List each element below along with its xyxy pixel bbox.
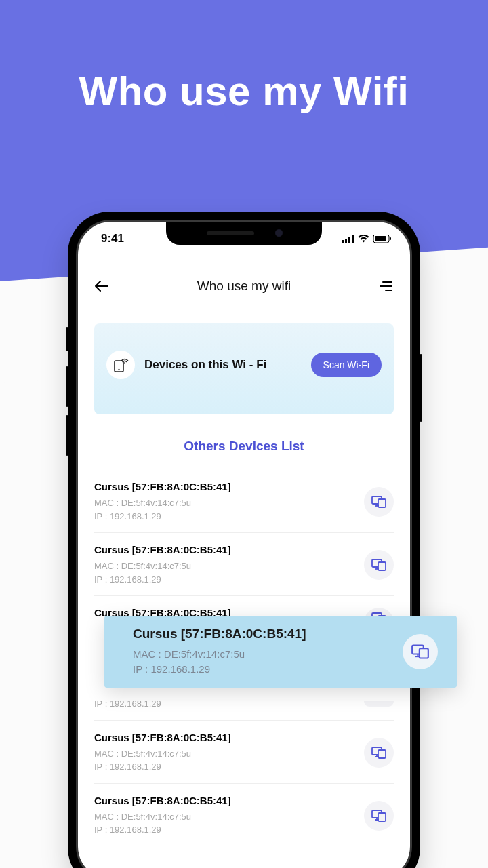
device-ip: IP : 192.168.1.29 xyxy=(133,662,306,677)
device-ip: IP : 192.168.1.29 xyxy=(94,510,231,524)
device-info: Cursus [57:FB:8A:0C:B5:41] MAC : DE:5f:4… xyxy=(133,627,306,677)
svg-rect-0 xyxy=(342,240,344,243)
device-mac: MAC : DE:5f:4v:14:c7:5u xyxy=(94,747,231,761)
phone-side-button xyxy=(66,366,68,407)
device-meta: MAC : DE:5f:4v:14:c7:5u IP : 192.168.1.2… xyxy=(94,810,231,837)
device-type-icon xyxy=(364,487,394,517)
svg-rect-18 xyxy=(378,562,386,570)
device-mac: MAC : DE:5f:4v:14:c7:5u xyxy=(94,559,231,573)
device-type-icon xyxy=(364,801,394,831)
menu-button[interactable] xyxy=(379,279,394,294)
svg-rect-1 xyxy=(345,239,347,243)
page-title: Who use my wifi xyxy=(197,279,291,294)
svg-rect-6 xyxy=(390,237,391,240)
device-info: Cursus [57:FB:8A:0C:B5:41] MAC : DE:5f:4… xyxy=(94,795,231,837)
device-ip: IP : 192.168.1.29 xyxy=(94,760,231,774)
wifi-icon xyxy=(358,235,369,243)
svg-rect-3 xyxy=(352,235,354,243)
app-store-screenshot: Who use my Wifi 9:41 Who xyxy=(0,0,488,868)
section-title: Others Devices List xyxy=(94,439,394,454)
device-meta: MAC : DE:5f:4v:14:c7:5u IP : 192.168.1.2… xyxy=(94,496,231,523)
device-ip: IP : 192.168.1.29 xyxy=(94,823,231,837)
svg-rect-5 xyxy=(375,236,386,241)
device-name: Cursus [57:FB:8A:0C:B5:41] xyxy=(94,795,231,806)
svg-rect-2 xyxy=(348,237,350,243)
device-item[interactable]: IP : 192.168.1.29 xyxy=(94,697,394,721)
battery-icon xyxy=(373,235,391,243)
device-item[interactable]: Cursus [57:FB:8A:0C:B5:41] MAC : DE:5f:4… xyxy=(94,470,394,533)
device-mac: MAC : DE:5f:4v:14:c7:5u xyxy=(94,496,231,510)
device-type-icon xyxy=(364,738,394,768)
device-type-icon xyxy=(364,550,394,580)
phone-side-button xyxy=(66,327,68,351)
phone-notch xyxy=(166,222,322,245)
wifi-scan-card: Devices on this Wi - Fi Scan Wi-Fi xyxy=(94,323,394,414)
device-name: Cursus [57:FB:8A:0C:B5:41] xyxy=(94,732,231,743)
device-name: Cursus [57:FB:8A:0C:B5:41] xyxy=(94,544,231,555)
device-item[interactable]: Cursus [57:FB:8A:0C:B5:41] MAC : DE:5f:4… xyxy=(94,784,394,846)
status-indicators xyxy=(342,235,391,243)
device-type-icon-partial xyxy=(364,701,394,707)
device-type-icon xyxy=(403,634,438,669)
scan-wifi-button[interactable]: Scan Wi-Fi xyxy=(311,353,382,377)
wifi-device-icon xyxy=(106,351,135,379)
device-info: Cursus [57:FB:8A:0C:B5:41] MAC : DE:5f:4… xyxy=(94,732,231,774)
device-meta: MAC : DE:5f:4v:14:c7:5u IP : 192.168.1.2… xyxy=(94,747,231,774)
svg-point-12 xyxy=(124,362,125,363)
status-time: 9:41 xyxy=(101,232,124,245)
device-mac: MAC : DE:5f:4v:14:c7:5u xyxy=(133,647,306,663)
device-popout-card[interactable]: Cursus [57:FB:8A:0C:B5:41] MAC : DE:5f:4… xyxy=(104,616,457,688)
back-button[interactable] xyxy=(94,279,109,294)
wifi-card-label: Devices on this Wi - Fi xyxy=(144,358,302,372)
svg-rect-24 xyxy=(378,750,386,758)
device-info: Cursus [57:FB:8A:0C:B5:41] MAC : DE:5f:4… xyxy=(94,481,231,523)
svg-rect-32 xyxy=(420,648,428,658)
cellular-icon xyxy=(342,235,354,243)
svg-rect-28 xyxy=(378,813,386,821)
device-item[interactable]: Cursus [57:FB:8A:0C:B5:41] MAC : DE:5f:4… xyxy=(94,533,394,596)
device-name: Cursus [57:FB:8A:0C:B5:41] xyxy=(133,627,306,642)
device-mac: MAC : DE:5f:4v:14:c7:5u xyxy=(94,810,231,824)
phone-screen: 9:41 Who use my wifi xyxy=(76,220,412,868)
device-ip: IP : 192.168.1.29 xyxy=(94,573,231,587)
device-meta: IP : 192.168.1.29 xyxy=(94,697,161,711)
svg-rect-14 xyxy=(378,499,386,507)
hero-title: Who use my Wifi xyxy=(0,68,488,115)
device-ip: IP : 192.168.1.29 xyxy=(94,697,161,711)
app-content: Who use my wifi Devices on this Wi - Fi … xyxy=(78,262,410,846)
device-meta: MAC : DE:5f:4v:14:c7:5u IP : 192.168.1.2… xyxy=(94,559,231,586)
device-meta: MAC : DE:5f:4v:14:c7:5u IP : 192.168.1.2… xyxy=(133,647,306,677)
device-info: Cursus [57:FB:8A:0C:B5:41] MAC : DE:5f:4… xyxy=(94,544,231,586)
device-name: Cursus [57:FB:8A:0C:B5:41] xyxy=(94,481,231,492)
app-header: Who use my wifi xyxy=(94,269,394,303)
phone-side-button xyxy=(66,415,68,456)
device-info: IP : 192.168.1.29 xyxy=(94,697,161,711)
svg-point-11 xyxy=(118,369,119,370)
phone-side-button xyxy=(420,354,422,422)
phone-frame: 9:41 Who use my wifi xyxy=(68,212,420,868)
device-item[interactable]: Cursus [57:FB:8A:0C:B5:41] MAC : DE:5f:4… xyxy=(94,721,394,784)
